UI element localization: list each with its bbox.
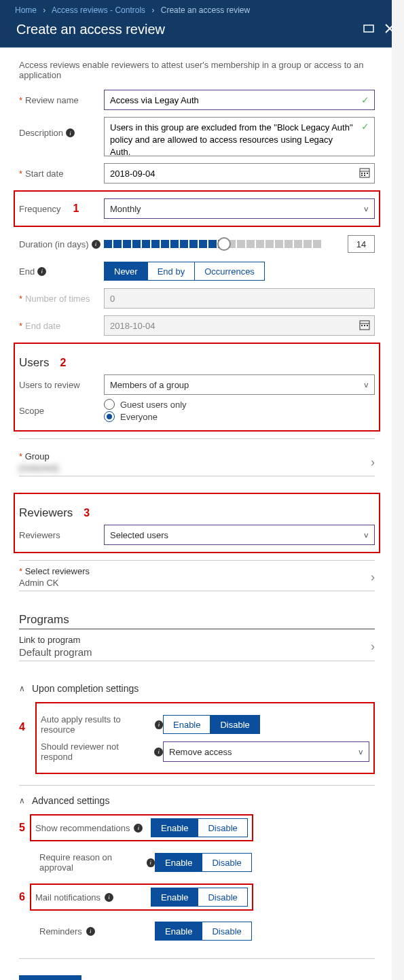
calendar-icon[interactable] — [359, 167, 371, 181]
end-date-input — [104, 315, 375, 336]
svg-rect-9 — [364, 175, 365, 176]
chevron-right-icon: › — [371, 570, 375, 584]
group-row[interactable]: Group [redacted] › — [19, 446, 375, 476]
svg-rect-12 — [361, 325, 363, 326]
default-program-value: Default program — [19, 646, 92, 658]
label-not-respond: Should reviewer not respond — [41, 741, 163, 762]
select-reviewers-row[interactable]: Select reviewers Admin CK › — [19, 560, 375, 591]
info-icon[interactable] — [66, 128, 75, 137]
annotation-3: 3 — [84, 507, 90, 519]
calendar-icon — [359, 319, 371, 333]
breadcrumb-mid[interactable]: Access reviews - Controls — [52, 5, 145, 15]
svg-rect-5 — [361, 173, 363, 174]
reminders-disable-button[interactable]: Disable — [202, 922, 251, 941]
label-start-date: Start date — [19, 169, 104, 179]
start-button[interactable]: Start — [19, 975, 81, 980]
mail-notif-enable-button[interactable]: Enable — [151, 888, 198, 907]
chevron-down-icon: ⅴ — [364, 531, 369, 540]
annotation-4: 4 — [19, 721, 29, 733]
info-icon[interactable] — [37, 267, 46, 276]
annotation-1: 1 — [73, 203, 79, 215]
restore-window-icon[interactable] — [363, 24, 374, 35]
label-group: Group — [19, 451, 58, 461]
end-never-button[interactable]: Never — [104, 262, 148, 281]
annotation-2: 2 — [60, 357, 66, 369]
svg-rect-8 — [361, 175, 363, 176]
info-icon[interactable] — [92, 240, 100, 249]
duration-slider[interactable] — [104, 240, 338, 248]
end-occurrences-button[interactable]: Occurrences — [195, 262, 265, 281]
label-end-date: End date — [19, 321, 104, 331]
end-endby-button[interactable]: End by — [148, 262, 195, 281]
end-toggle: Never End by Occurrences — [104, 262, 265, 281]
req-reason-disable-button[interactable]: Disable — [202, 853, 251, 872]
label-req-reason: Require reason on approval — [39, 852, 155, 873]
label-mail-notif: Mail notifications — [35, 892, 151, 903]
auto-apply-disable-button[interactable]: Disable — [210, 715, 259, 734]
label-show-rec: Show recommendations — [35, 823, 151, 833]
reminders-enable-button[interactable]: Enable — [155, 922, 202, 941]
review-name-input[interactable] — [104, 90, 375, 110]
label-frequency: Frequency 1 — [19, 203, 104, 215]
info-icon[interactable] — [134, 824, 143, 833]
breadcrumb-current: Create an access review — [161, 5, 250, 15]
description-textarea[interactable]: Users in this group are excluded from th… — [104, 117, 375, 156]
label-duration: Duration (in days) — [19, 239, 104, 249]
reviewers-heading: Reviewers 3 — [19, 506, 375, 522]
label-scope: Scope — [19, 406, 104, 416]
chevron-up-icon: ∧ — [19, 684, 25, 693]
chevron-right-icon: › — [371, 455, 375, 470]
info-icon[interactable] — [147, 858, 155, 867]
advanced-settings-heading[interactable]: ∧ Advanced settings — [19, 795, 375, 806]
svg-rect-14 — [367, 325, 368, 326]
label-end: End — [19, 266, 104, 277]
slider-thumb[interactable] — [217, 237, 231, 251]
breadcrumb: Home › Access reviews - Controls › Creat… — [10, 3, 394, 22]
info-icon[interactable] — [154, 748, 163, 756]
reviewers-select[interactable]: Selected users ⅴ — [104, 525, 375, 545]
label-link-program: Link to program — [19, 635, 92, 645]
breadcrumb-home[interactable]: Home — [15, 5, 37, 15]
check-icon: ✓ — [361, 94, 369, 105]
scope-everyone-radio[interactable]: Everyone — [104, 411, 187, 422]
completion-settings-heading[interactable]: ∧ Upon completion settings — [19, 683, 375, 694]
req-reason-enable-button[interactable]: Enable — [155, 853, 202, 872]
info-icon[interactable] — [86, 927, 95, 936]
duration-value[interactable]: 14 — [348, 235, 375, 253]
label-num-times: Number of times — [19, 294, 104, 304]
users-heading: Users 2 — [19, 356, 375, 372]
programs-heading: Programs — [19, 613, 375, 629]
num-times-input — [104, 288, 375, 309]
label-users-to-review: Users to review — [19, 380, 104, 390]
svg-rect-13 — [364, 325, 365, 326]
info-icon[interactable] — [155, 720, 163, 729]
scope-guest-radio[interactable]: Guest users only — [104, 399, 187, 410]
annotation-6: 6 — [19, 891, 29, 903]
svg-rect-7 — [367, 173, 368, 174]
label-auto-apply: Auto apply results to resource — [41, 714, 163, 735]
select-reviewers-value: Admin CK — [19, 578, 90, 588]
chevron-right-icon: › — [371, 640, 375, 654]
page-title: Create an access review — [16, 22, 165, 37]
link-program-row[interactable]: Link to program Default program › — [19, 629, 375, 661]
label-select-reviewers: Select reviewers — [19, 566, 90, 576]
show-rec-enable-button[interactable]: Enable — [151, 818, 198, 837]
svg-rect-0 — [364, 25, 373, 32]
chevron-up-icon: ∧ — [19, 796, 25, 805]
mail-notif-disable-button[interactable]: Disable — [198, 888, 247, 907]
info-icon[interactable] — [105, 893, 113, 902]
label-reviewers: Reviewers — [19, 530, 104, 540]
intro-text: Access reviews enable reviewers to attes… — [19, 60, 375, 80]
show-rec-disable-button[interactable]: Disable — [198, 818, 247, 837]
annotation-5: 5 — [19, 822, 29, 834]
not-respond-select[interactable]: Remove access ⅴ — [163, 741, 369, 762]
label-reminders: Reminders — [39, 926, 155, 937]
scrollbar[interactable] — [392, 0, 404, 980]
svg-rect-6 — [364, 173, 365, 174]
start-date-input[interactable] — [104, 163, 375, 183]
users-to-review-select[interactable]: Members of a group ⅴ — [104, 374, 375, 395]
frequency-select[interactable]: Monthly ⅴ — [104, 198, 375, 219]
group-value: [redacted] — [19, 463, 58, 473]
chevron-down-icon: ⅴ — [359, 748, 363, 756]
auto-apply-enable-button[interactable]: Enable — [163, 715, 210, 734]
